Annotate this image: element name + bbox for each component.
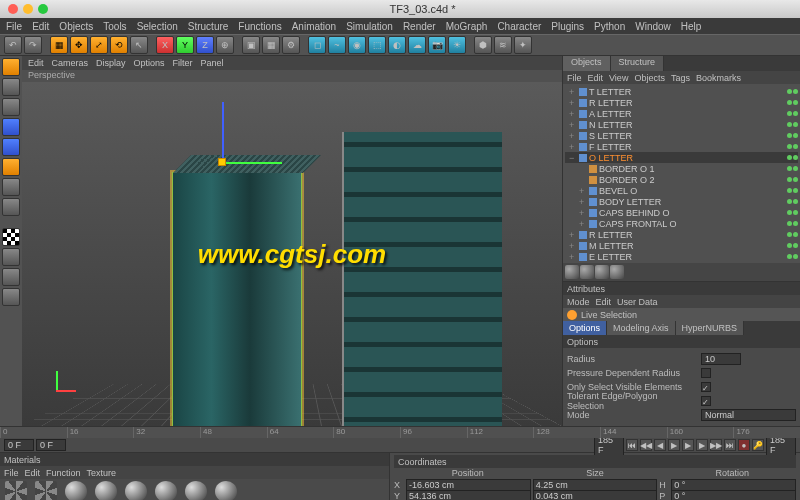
visibility-dots[interactable] (787, 89, 798, 94)
tp-tool[interactable]: ✦ (514, 36, 532, 54)
nurbs-tool[interactable]: ◉ (348, 36, 366, 54)
close-icon[interactable] (8, 4, 18, 14)
material-metal[interactable]: METAL (212, 481, 240, 500)
quantize[interactable] (2, 268, 20, 286)
visibility-dots[interactable] (787, 144, 798, 149)
tab-objects[interactable]: Objects (563, 56, 611, 71)
menu-objects[interactable]: Objects (59, 21, 93, 32)
goto-start-button[interactable]: ⏮ (626, 439, 638, 451)
mat-menu-edit[interactable]: Edit (25, 468, 41, 478)
expand-icon[interactable]: + (579, 186, 587, 196)
material-noise 1[interactable]: NOISE 1 (2, 481, 30, 500)
axis-x-toggle[interactable]: X (156, 36, 174, 54)
tree-item-border-o-1[interactable]: BORDER O 1 (565, 163, 798, 174)
material-tag-icon[interactable] (565, 265, 579, 279)
menu-animation[interactable]: Animation (292, 21, 336, 32)
tree-item-a-letter[interactable]: +A LETTER (565, 108, 798, 119)
tree-item-r-letter[interactable]: +R LETTER (565, 97, 798, 108)
tree-item-o-letter[interactable]: −O LETTER (565, 152, 798, 163)
play-button[interactable]: ▶ (682, 439, 694, 451)
attr-menu-mode[interactable]: Mode (567, 297, 590, 307)
menu-simulation[interactable]: Simulation (346, 21, 393, 32)
menu-render[interactable]: Render (403, 21, 436, 32)
axis-mode[interactable] (2, 98, 20, 116)
workplane-mode[interactable] (2, 198, 20, 216)
vp-menu-panel[interactable]: Panel (201, 58, 224, 68)
menu-python[interactable]: Python (594, 21, 625, 32)
expand-icon[interactable]: + (569, 142, 577, 152)
obj-menu-bookmarks[interactable]: Bookmarks (696, 73, 741, 83)
attr-menu-edit[interactable]: Edit (596, 297, 612, 307)
menu-edit[interactable]: Edit (32, 21, 49, 32)
obj-menu-tags[interactable]: Tags (671, 73, 690, 83)
next-key-button[interactable]: ▶▶ (710, 439, 722, 451)
expand-icon[interactable]: + (569, 98, 577, 108)
obj-menu-objects[interactable]: Objects (634, 73, 665, 83)
material-metal[interactable]: METAL (122, 481, 150, 500)
tree-item-s-letter[interactable]: +S LETTER (565, 130, 798, 141)
expand-icon[interactable]: + (569, 120, 577, 130)
material-tag-icon[interactable] (580, 265, 594, 279)
tab-structure[interactable]: Structure (611, 56, 665, 71)
record-button[interactable]: ● (738, 439, 750, 451)
gizmo-y-axis[interactable] (222, 102, 224, 162)
obj-menu-file[interactable]: File (567, 73, 582, 83)
material-metal[interactable]: METAL (62, 481, 90, 500)
move-tool[interactable]: ✥ (70, 36, 88, 54)
start-frame-field[interactable]: 0 F (4, 439, 34, 451)
hair-tool[interactable]: ≋ (494, 36, 512, 54)
visibility-dots[interactable] (787, 210, 798, 215)
obj-menu-view[interactable]: View (609, 73, 628, 83)
primitive-cube[interactable]: ◻ (308, 36, 326, 54)
render-pict[interactable]: ▦ (262, 36, 280, 54)
object-mode[interactable] (2, 78, 20, 96)
visible-checkbox[interactable] (701, 382, 711, 392)
mograph-tool[interactable]: ⬢ (474, 36, 492, 54)
tree-item-e-letter[interactable]: +E LETTER (565, 251, 798, 262)
menu-file[interactable]: File (6, 21, 22, 32)
visibility-dots[interactable] (787, 133, 798, 138)
obj-menu-edit[interactable]: Edit (588, 73, 604, 83)
expand-icon[interactable]: + (569, 109, 577, 119)
rotate-tool[interactable]: ⟲ (110, 36, 128, 54)
tab-options[interactable]: Options (563, 321, 607, 335)
expand-icon[interactable]: + (579, 219, 587, 229)
gizmo-center[interactable] (218, 158, 226, 166)
model-mode[interactable] (2, 58, 20, 76)
menu-selection[interactable]: Selection (137, 21, 178, 32)
tree-item-caps-frontal-o[interactable]: +CAPS FRONTAL O (565, 218, 798, 229)
menu-character[interactable]: Character (497, 21, 541, 32)
tree-item-r-letter[interactable]: +R LETTER (565, 229, 798, 240)
tab-modeling-axis[interactable]: Modeling Axis (607, 321, 676, 335)
array-tool[interactable]: ⬚ (368, 36, 386, 54)
vp-menu-options[interactable]: Options (134, 58, 165, 68)
primitive-spline[interactable]: ~ (328, 36, 346, 54)
visibility-dots[interactable] (787, 111, 798, 116)
tolerant-checkbox[interactable] (701, 396, 711, 406)
prev-frame-button[interactable]: ◀ (654, 439, 666, 451)
mat-menu-file[interactable]: File (4, 468, 19, 478)
render-settings[interactable]: ⚙ (282, 36, 300, 54)
autokey-button[interactable]: 🔑 (752, 439, 764, 451)
expand-icon[interactable]: + (569, 131, 577, 141)
material-noise 2[interactable]: NOISE 2 (32, 481, 60, 500)
expand-icon[interactable]: + (579, 197, 587, 207)
redo-button[interactable]: ↷ (24, 36, 42, 54)
expand-icon[interactable]: + (569, 241, 577, 251)
maximize-icon[interactable] (38, 4, 48, 14)
expand-icon[interactable]: + (569, 252, 577, 262)
expand-icon[interactable]: + (579, 208, 587, 218)
menu-window[interactable]: Window (635, 21, 671, 32)
vp-menu-edit[interactable]: Edit (28, 58, 44, 68)
tree-item-m-letter[interactable]: +M LETTER (565, 240, 798, 251)
camera-tool[interactable]: 📷 (428, 36, 446, 54)
prev-key-button[interactable]: ◀◀ (640, 439, 652, 451)
attr-menu-user-data[interactable]: User Data (617, 297, 658, 307)
visibility-dots[interactable] (787, 166, 798, 171)
visibility-dots[interactable] (787, 122, 798, 127)
material-subtit.[interactable]: SUBTIT. (92, 481, 120, 500)
menu-functions[interactable]: Functions (238, 21, 281, 32)
select-tool[interactable]: ▦ (50, 36, 68, 54)
visibility-dots[interactable] (787, 243, 798, 248)
material-metal[interactable]: METAL (182, 481, 210, 500)
